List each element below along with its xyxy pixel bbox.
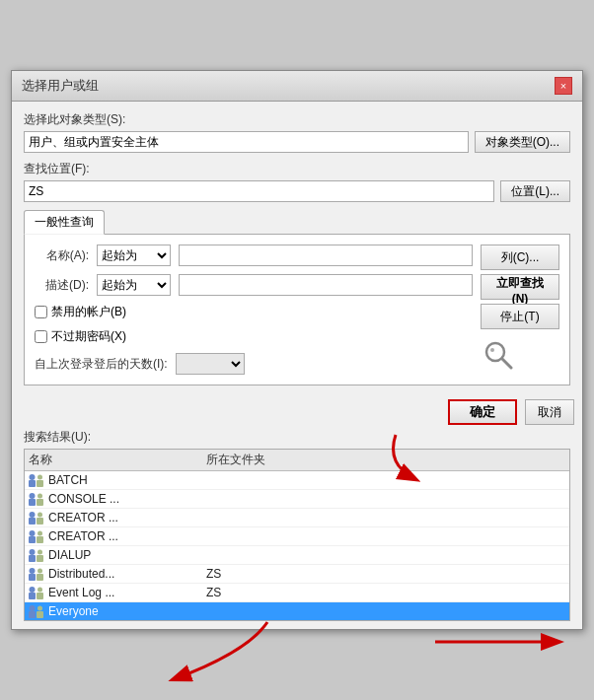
- user-icon: [29, 567, 44, 581]
- svg-rect-21: [37, 555, 43, 562]
- svg-point-28: [30, 587, 36, 593]
- table-row[interactable]: CREATOR ...: [25, 527, 569, 546]
- name-input[interactable]: [179, 245, 473, 266]
- no-expiry-row: 不过期密码(X): [35, 328, 473, 345]
- svg-rect-7: [29, 499, 36, 506]
- desc-label: 描述(D):: [35, 277, 89, 294]
- svg-point-20: [30, 549, 36, 555]
- svg-rect-33: [37, 611, 43, 618]
- col-name-header: 名称: [29, 452, 206, 468]
- location-input[interactable]: [24, 180, 494, 202]
- svg-rect-11: [29, 518, 36, 525]
- results-table: 名称 所在文件夹 BATCH CONSOLE ... CREATOR ...: [24, 449, 570, 621]
- svg-rect-25: [37, 574, 43, 581]
- days-row: 自上次登录登后的天数(I):: [35, 353, 473, 375]
- no-expiry-checkbox[interactable]: [35, 330, 47, 343]
- select-user-group-dialog: 选择用户或组 × 选择此对象类型(S): 对象类型(O)... 查找位置(F):…: [11, 70, 583, 630]
- object-type-input[interactable]: [24, 131, 469, 153]
- svg-rect-13: [37, 518, 43, 525]
- table-row[interactable]: CONSOLE ...: [25, 490, 569, 509]
- row-name-text: Distributed...: [48, 567, 114, 581]
- table-row[interactable]: BATCH: [25, 471, 569, 490]
- row-name: BATCH: [29, 473, 206, 487]
- object-type-button[interactable]: 对象类型(O)...: [475, 131, 570, 153]
- svg-rect-5: [37, 480, 43, 487]
- user-icon: [29, 586, 44, 599]
- find-now-button[interactable]: 立即查找(N): [481, 274, 559, 300]
- results-section: 搜索结果(U): 名称 所在文件夹 BATCH CONSOLE ...: [12, 429, 582, 629]
- ok-button[interactable]: 确定: [448, 399, 517, 425]
- user-icon: [29, 473, 44, 487]
- user-icon: [29, 529, 44, 543]
- search-panel-left: 名称(A): 起始为 描述(D): 起始为: [35, 245, 473, 375]
- svg-rect-31: [29, 611, 36, 618]
- svg-point-4: [30, 474, 36, 480]
- no-expiry-label: 不过期密码(X): [51, 328, 126, 345]
- row-name-text: CREATOR ...: [48, 529, 118, 543]
- name-select[interactable]: 起始为: [97, 245, 171, 266]
- disabled-accounts-label: 禁用的帐户(B): [51, 304, 126, 320]
- svg-rect-3: [29, 480, 36, 487]
- svg-point-30: [37, 588, 42, 593]
- close-button[interactable]: ×: [555, 77, 572, 95]
- list-columns-button[interactable]: 列(C)...: [481, 245, 559, 270]
- svg-point-24: [30, 568, 36, 574]
- ok-cancel-row: 确定 取消: [12, 395, 582, 429]
- svg-point-12: [30, 512, 36, 518]
- svg-point-32: [30, 605, 36, 611]
- results-label: 搜索结果(U):: [24, 429, 570, 446]
- row-name: Everyone: [29, 604, 206, 618]
- table-row[interactable]: Event Log ...ZS: [25, 584, 569, 602]
- cancel-button[interactable]: 取消: [525, 399, 574, 425]
- svg-rect-17: [37, 536, 43, 543]
- svg-point-14: [37, 513, 42, 518]
- general-search-tab[interactable]: 一般性查询: [24, 210, 105, 235]
- results-list: BATCH CONSOLE ... CREATOR ... CREATOR ..…: [25, 471, 569, 621]
- location-label: 查找位置(F):: [24, 161, 570, 177]
- svg-point-8: [30, 493, 36, 499]
- stop-button[interactable]: 停止(T): [481, 304, 559, 329]
- search-icon: [481, 337, 516, 373]
- disabled-accounts-row: 禁用的帐户(B): [35, 304, 473, 320]
- row-folder-text: ZS: [206, 586, 565, 599]
- row-name: CREATOR ...: [29, 511, 206, 525]
- desc-input[interactable]: [179, 274, 473, 296]
- svg-point-6: [37, 475, 42, 480]
- location-button[interactable]: 位置(L)...: [500, 180, 570, 202]
- svg-point-22: [37, 550, 42, 555]
- title-bar: 选择用户或组 ×: [12, 71, 582, 102]
- user-icon: [29, 548, 44, 562]
- name-search-row: 名称(A): 起始为: [35, 245, 473, 266]
- svg-rect-19: [29, 555, 36, 562]
- svg-point-2: [490, 348, 494, 352]
- user-icon: [29, 511, 44, 525]
- table-row[interactable]: DIALUP: [25, 546, 569, 565]
- row-name: Distributed...: [29, 567, 206, 581]
- results-header: 名称 所在文件夹: [25, 450, 569, 471]
- row-name-text: DIALUP: [48, 548, 91, 562]
- row-name: DIALUP: [29, 548, 206, 562]
- table-row[interactable]: CREATOR ...: [25, 509, 569, 527]
- table-row[interactable]: Everyone: [25, 602, 569, 621]
- dialog-title: 选择用户或组: [22, 77, 99, 95]
- disabled-accounts-checkbox[interactable]: [35, 306, 47, 318]
- name-label: 名称(A):: [35, 247, 89, 264]
- table-row[interactable]: Distributed...ZS: [25, 565, 569, 584]
- row-name-text: Everyone: [48, 604, 99, 618]
- col-folder-header: 所在文件夹: [206, 452, 565, 468]
- svg-rect-27: [29, 593, 36, 599]
- svg-point-26: [37, 569, 42, 574]
- user-icon: [29, 492, 44, 506]
- svg-line-1: [502, 359, 511, 368]
- user-icon: [29, 604, 44, 618]
- days-select[interactable]: [176, 353, 245, 375]
- svg-point-18: [37, 531, 42, 536]
- general-search-section: 一般性查询 名称(A): 起始为: [24, 210, 570, 385]
- search-panel-right: 列(C)... 立即查找(N) 停止(T): [481, 245, 559, 375]
- dialog-body: 选择此对象类型(S): 对象类型(O)... 查找位置(F): 位置(L)...…: [12, 102, 582, 395]
- svg-rect-23: [29, 574, 36, 581]
- days-label: 自上次登录登后的天数(I):: [35, 356, 168, 373]
- desc-select[interactable]: 起始为: [97, 274, 171, 296]
- svg-point-10: [37, 494, 42, 499]
- row-name-text: CONSOLE ...: [48, 492, 119, 506]
